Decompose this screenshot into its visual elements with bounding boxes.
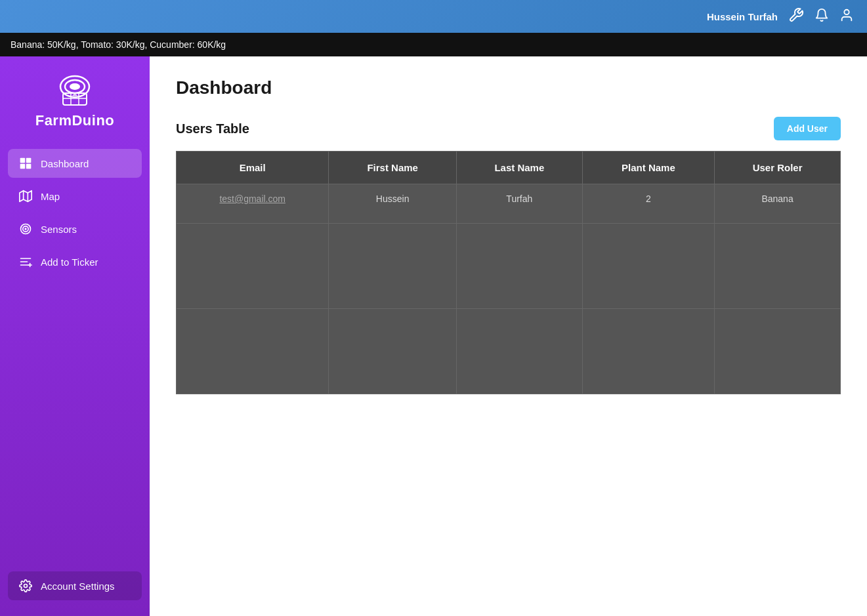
svg-point-0 xyxy=(844,9,849,14)
sidebar-logo: FarmDuino xyxy=(0,56,150,142)
sidebar-item-add-to-ticker-label: Add to Ticker xyxy=(41,257,98,268)
svg-point-3 xyxy=(70,83,80,90)
sidebar-item-sensors[interactable]: Sensors xyxy=(8,215,142,243)
main-content: Dashboard Users Table Add User Email Fir… xyxy=(150,56,867,616)
table-cell: Hussein xyxy=(329,184,457,224)
ticker-text: Banana: 50K/kg, Tomato: 30K/kg, Cucumber… xyxy=(11,39,226,50)
table-cell xyxy=(456,224,582,309)
sidebar: FarmDuino Dashboard xyxy=(0,56,150,616)
sensors-icon xyxy=(18,222,33,236)
farmduino-logo-icon xyxy=(55,72,95,108)
ticker-bar: Banana: 50K/kg, Tomato: 30K/kg, Cucumber… xyxy=(0,33,867,56)
sidebar-item-account-settings-label: Account Settings xyxy=(41,581,115,592)
page-title: Dashboard xyxy=(176,77,841,98)
col-plant-name: Plant Name xyxy=(582,152,714,184)
table-cell xyxy=(177,224,329,309)
dashboard-icon xyxy=(18,157,33,170)
col-last-name: Last Name xyxy=(456,152,582,184)
svg-rect-11 xyxy=(26,164,32,169)
sidebar-item-map[interactable]: Map xyxy=(8,182,142,211)
table-cell: test@gmail.com xyxy=(177,184,329,224)
users-table-title: Users Table xyxy=(176,121,249,136)
col-email: Email xyxy=(177,152,329,184)
table-cell xyxy=(456,309,582,394)
sidebar-item-map-label: Map xyxy=(41,191,60,202)
sidebar-item-dashboard-label: Dashboard xyxy=(41,158,89,169)
table-cell: Turfah xyxy=(456,184,582,224)
table-cell: 2 xyxy=(582,184,714,224)
col-user-role: User Roler xyxy=(715,152,841,184)
table-cell xyxy=(177,309,329,394)
logo-text: FarmDuino xyxy=(35,112,115,129)
table-row: test@gmail.comHusseinTurfah2Banana xyxy=(177,184,841,224)
username-display: Hussein Turfah xyxy=(707,11,778,22)
users-table: Email First Name Last Name Plant Name Us… xyxy=(176,151,841,394)
table-row xyxy=(177,224,841,309)
svg-rect-8 xyxy=(20,158,26,163)
sidebar-nav: Dashboard Map xyxy=(0,142,150,564)
table-cell xyxy=(329,224,457,309)
table-cell xyxy=(582,224,714,309)
add-to-ticker-icon xyxy=(18,255,33,268)
tools-icon[interactable] xyxy=(788,7,804,26)
bell-icon[interactable] xyxy=(814,8,829,26)
settings-icon xyxy=(18,579,33,592)
sidebar-item-account-settings[interactable]: Account Settings xyxy=(8,571,142,600)
table-cell xyxy=(715,309,841,394)
sidebar-item-dashboard[interactable]: Dashboard xyxy=(8,149,142,178)
add-user-button[interactable]: Add User xyxy=(774,117,841,140)
map-icon xyxy=(18,190,33,203)
sidebar-item-sensors-label: Sensors xyxy=(41,224,77,235)
main-layout: FarmDuino Dashboard xyxy=(0,56,867,616)
table-cell xyxy=(582,309,714,394)
table-cell: Banana xyxy=(715,184,841,224)
sidebar-item-add-to-ticker[interactable]: Add to Ticker xyxy=(8,247,142,276)
table-cell xyxy=(329,309,457,394)
svg-rect-10 xyxy=(20,164,26,169)
top-header: Hussein Turfah xyxy=(0,0,867,33)
svg-rect-9 xyxy=(26,158,32,163)
table-row xyxy=(177,309,841,394)
sidebar-bottom: Account Settings xyxy=(0,564,150,608)
table-cell xyxy=(715,224,841,309)
col-first-name: First Name xyxy=(329,152,457,184)
email-link[interactable]: test@gmail.com xyxy=(219,194,285,204)
svg-marker-12 xyxy=(20,191,32,202)
users-table-header: Users Table Add User xyxy=(176,117,841,140)
user-icon[interactable] xyxy=(839,8,854,26)
table-body: test@gmail.comHusseinTurfah2Banana xyxy=(177,184,841,394)
table-header-row: Email First Name Last Name Plant Name Us… xyxy=(177,152,841,184)
svg-point-20 xyxy=(24,585,28,588)
